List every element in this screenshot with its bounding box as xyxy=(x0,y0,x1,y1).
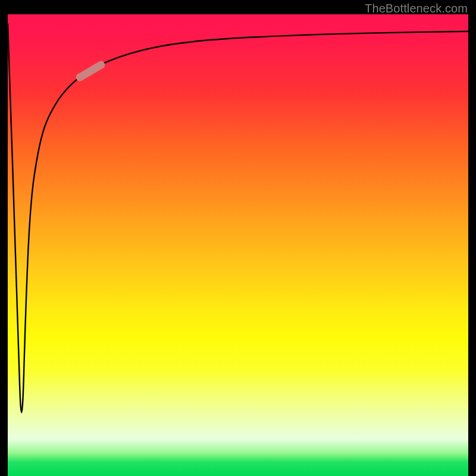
watermark-text: TheBottleneck.com xyxy=(365,2,468,15)
bottleneck-curve xyxy=(8,24,468,413)
curve-layer xyxy=(8,14,468,476)
chart-frame xyxy=(8,14,468,476)
